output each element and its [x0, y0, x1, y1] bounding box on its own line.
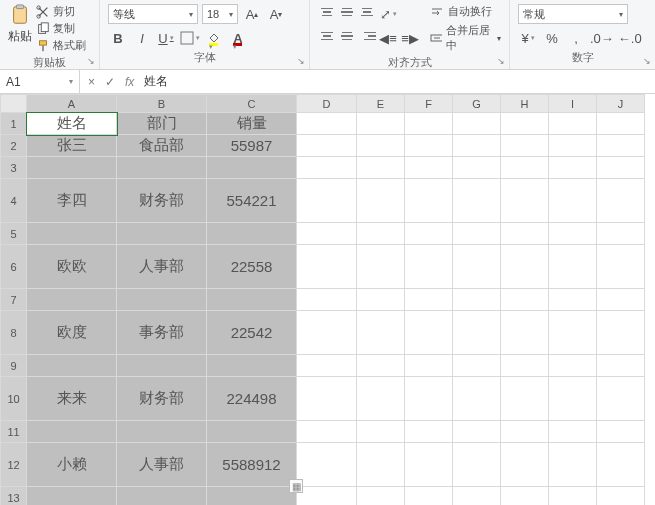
cut-button[interactable]: 剪切 — [36, 4, 86, 19]
cell-H3[interactable] — [501, 157, 549, 179]
cell-G10[interactable] — [453, 377, 501, 421]
cell-B5[interactable] — [117, 223, 207, 245]
border-button[interactable] — [180, 28, 200, 48]
cell-C9[interactable] — [207, 355, 297, 377]
cell-G12[interactable] — [453, 443, 501, 487]
cell-D6[interactable] — [297, 245, 357, 289]
cell-B13[interactable] — [117, 487, 207, 506]
cell-G8[interactable] — [453, 311, 501, 355]
cell-G7[interactable] — [453, 289, 501, 311]
cell-J1[interactable] — [597, 113, 645, 135]
cell-I2[interactable] — [549, 135, 597, 157]
cell-G3[interactable] — [453, 157, 501, 179]
cell-E8[interactable] — [357, 311, 405, 355]
cell-B7[interactable] — [117, 289, 207, 311]
cell-A13[interactable] — [27, 487, 117, 506]
cell-E7[interactable] — [357, 289, 405, 311]
cell-I12[interactable] — [549, 443, 597, 487]
row-header-6[interactable]: 6 — [1, 245, 27, 289]
cell-C6[interactable]: 22558 — [207, 245, 297, 289]
cell-J12[interactable] — [597, 443, 645, 487]
cell-F13[interactable] — [405, 487, 453, 506]
col-header-A[interactable]: A — [27, 95, 117, 113]
cell-D4[interactable] — [297, 179, 357, 223]
cell-G9[interactable] — [453, 355, 501, 377]
cell-E2[interactable] — [357, 135, 405, 157]
cell-C2[interactable]: 55987 — [207, 135, 297, 157]
number-format-combo[interactable]: 常规▾ — [518, 4, 628, 24]
align-right-button[interactable] — [358, 28, 376, 44]
underline-button[interactable]: U — [156, 28, 176, 48]
col-header-H[interactable]: H — [501, 95, 549, 113]
col-header-I[interactable]: I — [549, 95, 597, 113]
cell-B6[interactable]: 人事部 — [117, 245, 207, 289]
cell-F2[interactable] — [405, 135, 453, 157]
row-header-11[interactable]: 11 — [1, 421, 27, 443]
orientation-button[interactable]: ⤢ — [378, 4, 398, 24]
italic-button[interactable]: I — [132, 28, 152, 48]
cell-C4[interactable]: 554221 — [207, 179, 297, 223]
cell-B2[interactable]: 食品部 — [117, 135, 207, 157]
col-header-B[interactable]: B — [117, 95, 207, 113]
cell-B3[interactable] — [117, 157, 207, 179]
dialog-launcher-alignment[interactable]: ↘ — [496, 56, 506, 66]
cell-I1[interactable] — [549, 113, 597, 135]
col-header-G[interactable]: G — [453, 95, 501, 113]
cell-A3[interactable] — [27, 157, 117, 179]
cell-J5[interactable] — [597, 223, 645, 245]
cell-J3[interactable] — [597, 157, 645, 179]
font-color-button[interactable]: A — [228, 28, 248, 48]
cell-J4[interactable] — [597, 179, 645, 223]
cell-E11[interactable] — [357, 421, 405, 443]
cell-F4[interactable] — [405, 179, 453, 223]
row-header-12[interactable]: 12 — [1, 443, 27, 487]
row-header-1[interactable]: 1 — [1, 113, 27, 135]
copy-button[interactable]: 复制 — [36, 21, 86, 36]
cell-A9[interactable] — [27, 355, 117, 377]
cell-D2[interactable] — [297, 135, 357, 157]
align-bottom-button[interactable] — [358, 4, 376, 20]
cell-D8[interactable] — [297, 311, 357, 355]
cell-B11[interactable] — [117, 421, 207, 443]
cell-E4[interactable] — [357, 179, 405, 223]
cell-D11[interactable] — [297, 421, 357, 443]
cell-A1[interactable]: 姓名 — [27, 113, 117, 135]
cell-D3[interactable] — [297, 157, 357, 179]
cell-G4[interactable] — [453, 179, 501, 223]
cell-F3[interactable] — [405, 157, 453, 179]
fill-color-button[interactable] — [204, 28, 224, 48]
cell-D13[interactable] — [297, 487, 357, 506]
cell-B4[interactable]: 财务部 — [117, 179, 207, 223]
merge-center-button[interactable]: 合并后居中▾ — [430, 23, 501, 53]
row-header-7[interactable]: 7 — [1, 289, 27, 311]
percent-format-button[interactable]: % — [542, 28, 562, 48]
cell-A2[interactable]: 张三 — [27, 135, 117, 157]
cell-A7[interactable] — [27, 289, 117, 311]
paste-button[interactable]: 粘贴 — [8, 4, 32, 45]
col-header-C[interactable]: C — [207, 95, 297, 113]
dialog-launcher-font[interactable]: ↘ — [296, 56, 306, 66]
cell-I6[interactable] — [549, 245, 597, 289]
dialog-launcher-number[interactable]: ↘ — [642, 56, 652, 66]
increase-decimal-button[interactable]: .0→ — [590, 28, 614, 48]
cell-A4[interactable]: 李四 — [27, 179, 117, 223]
cancel-formula-button[interactable]: × — [88, 75, 95, 89]
col-header-F[interactable]: F — [405, 95, 453, 113]
align-left-button[interactable] — [318, 28, 336, 44]
cell-H2[interactable] — [501, 135, 549, 157]
cell-D7[interactable] — [297, 289, 357, 311]
cell-G13[interactable] — [453, 487, 501, 506]
cell-H4[interactable] — [501, 179, 549, 223]
cell-I5[interactable] — [549, 223, 597, 245]
cell-F6[interactable] — [405, 245, 453, 289]
cell-E5[interactable] — [357, 223, 405, 245]
cell-C13[interactable] — [207, 487, 297, 506]
cell-I9[interactable] — [549, 355, 597, 377]
cell-C1[interactable]: 销量 — [207, 113, 297, 135]
cell-F10[interactable] — [405, 377, 453, 421]
cell-J8[interactable] — [597, 311, 645, 355]
row-header-13[interactable]: 13 — [1, 487, 27, 506]
cell-C5[interactable] — [207, 223, 297, 245]
cell-F11[interactable] — [405, 421, 453, 443]
cell-I13[interactable] — [549, 487, 597, 506]
